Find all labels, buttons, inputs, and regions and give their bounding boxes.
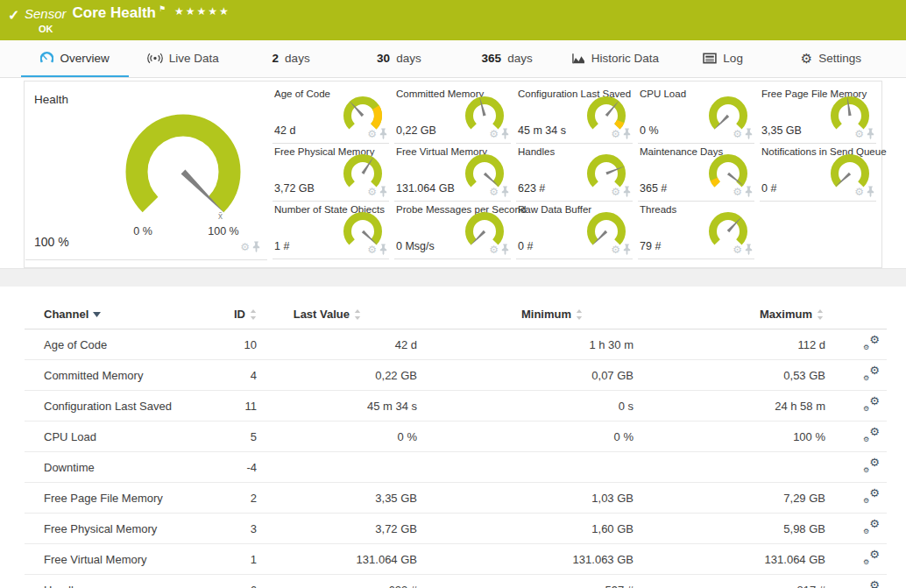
gauge-label: Threads bbox=[640, 204, 676, 215]
channel-name: Downtime bbox=[25, 452, 219, 483]
gauge-value: 42 d bbox=[274, 124, 295, 137]
tab-2-days[interactable]: 2days bbox=[237, 40, 345, 77]
pin-icon[interactable] bbox=[745, 186, 753, 197]
last-value bbox=[258, 452, 419, 483]
gear-icon[interactable]: ⚙ bbox=[611, 187, 620, 197]
gear-icon[interactable]: ⚙ bbox=[854, 129, 864, 139]
table-header-row: ChannelIDLast ValueMinimumMaximum bbox=[25, 299, 887, 329]
column-header-channel[interactable]: Channel bbox=[25, 299, 219, 329]
tab-historic-data[interactable]: Historic Data bbox=[561, 40, 669, 77]
maximum-value: 7,29 GB bbox=[635, 483, 827, 514]
pin-icon[interactable] bbox=[745, 128, 753, 139]
channel-id: 2 bbox=[219, 483, 258, 514]
priority-stars[interactable]: ★★★★★ bbox=[174, 4, 230, 18]
channel-name: Age of Code bbox=[25, 329, 219, 360]
gauge-label: Handles bbox=[518, 146, 555, 157]
channel-row-cpu-load[interactable]: CPU Load50 %0 %100 %⚙⚙ bbox=[25, 422, 887, 452]
tab-365-days[interactable]: 365days bbox=[453, 40, 561, 77]
gauge-tile-raw-data-buffer: Raw Data Buffer0 #⚙ bbox=[516, 202, 633, 259]
channel-row-handles[interactable]: Handles6623 #597 #817 #⚙⚙ bbox=[25, 575, 887, 588]
minimum-value: 1,60 GB bbox=[419, 514, 635, 544]
health-tile-icons: ⚙ bbox=[240, 241, 260, 252]
gear-icon[interactable]: ⚙ bbox=[733, 244, 742, 255]
channel-row-free-virtual-memory[interactable]: Free Virtual Memory1131.064 GB131.063 GB… bbox=[25, 544, 887, 575]
pin-icon[interactable] bbox=[623, 186, 631, 197]
gear-icon[interactable]: ⚙ bbox=[489, 187, 499, 197]
pin-icon[interactable] bbox=[623, 128, 631, 139]
gear-icon[interactable]: ⚙ bbox=[611, 129, 620, 139]
gear-icon[interactable]: ⚙ bbox=[733, 129, 742, 139]
channel-name: Free Virtual Memory bbox=[25, 544, 219, 575]
channel-settings-icon[interactable]: ⚙⚙ bbox=[863, 551, 880, 564]
pin-icon[interactable] bbox=[867, 186, 874, 197]
gear-icon[interactable]: ⚙ bbox=[611, 244, 620, 255]
channel-settings-icon[interactable]: ⚙⚙ bbox=[863, 459, 880, 472]
minimum-value: 0,07 GB bbox=[419, 360, 635, 391]
channel-settings-icon[interactable]: ⚙⚙ bbox=[863, 398, 880, 411]
gauge-label: Raw Data Buffer bbox=[518, 204, 591, 215]
tile-icons: ⚙ bbox=[489, 128, 509, 139]
channel-settings-icon[interactable]: ⚙⚙ bbox=[863, 490, 880, 503]
live-data-icon bbox=[147, 53, 163, 64]
log-icon bbox=[703, 53, 717, 64]
tab-log[interactable]: Log bbox=[669, 40, 777, 77]
channel-settings-cell: ⚙⚙ bbox=[827, 575, 887, 588]
channel-row-free-physical-memory[interactable]: Free Physical Memory33,72 GB1,60 GB5,98 … bbox=[25, 514, 887, 544]
pin-icon[interactable] bbox=[379, 186, 387, 197]
channel-settings-icon[interactable]: ⚙⚙ bbox=[863, 429, 880, 442]
gear-icon[interactable]: ⚙ bbox=[367, 244, 377, 255]
column-header-id[interactable]: ID bbox=[219, 299, 258, 329]
channel-settings-icon[interactable]: ⚙⚙ bbox=[863, 367, 880, 380]
channel-settings-icon[interactable]: ⚙⚙ bbox=[863, 582, 880, 588]
tab-settings[interactable]: ⚙Settings bbox=[777, 40, 885, 77]
gear-icon[interactable]: ⚙ bbox=[733, 187, 742, 197]
channel-settings-icon[interactable]: ⚙⚙ bbox=[863, 521, 880, 534]
last-value: 3,72 GB bbox=[258, 514, 419, 544]
channel-row-committed-memory[interactable]: Committed Memory40,22 GB0,07 GB0,53 GB⚙⚙ bbox=[25, 360, 887, 391]
pin-icon[interactable] bbox=[379, 244, 387, 255]
tile-icons: ⚙ bbox=[367, 244, 387, 255]
channel-row-free-page-file-memory[interactable]: Free Page File Memory23,35 GB1,03 GB7,29… bbox=[25, 483, 887, 514]
minimum-value: 1,03 GB bbox=[419, 483, 635, 514]
column-header-actions bbox=[827, 299, 887, 329]
tab-overview[interactable]: Overview bbox=[21, 40, 129, 77]
gauge-value: 365 # bbox=[640, 182, 667, 195]
tab-live-data[interactable]: Live Data bbox=[129, 40, 237, 77]
channel-id: 1 bbox=[219, 544, 258, 575]
gear-icon[interactable]: ⚙ bbox=[367, 187, 377, 197]
column-header-minimum[interactable]: Minimum bbox=[419, 299, 635, 329]
column-header-maximum[interactable]: Maximum bbox=[635, 299, 827, 329]
pin-icon[interactable] bbox=[379, 128, 387, 139]
pin-icon[interactable] bbox=[501, 186, 509, 197]
channel-settings-cell: ⚙⚙ bbox=[827, 544, 887, 575]
channel-settings-cell: ⚙⚙ bbox=[827, 452, 887, 483]
gear-icon[interactable]: ⚙ bbox=[489, 129, 499, 139]
maximum-value: 100 % bbox=[635, 422, 827, 452]
gear-icon[interactable]: ⚙ bbox=[854, 187, 864, 197]
pin-icon[interactable] bbox=[501, 244, 509, 255]
sort-icon bbox=[817, 309, 824, 320]
gauge-tile-probe-messages-per-second: Probe Messages per Second0 Msg/s⚙ bbox=[394, 202, 511, 259]
gear-icon[interactable]: ⚙ bbox=[367, 129, 377, 139]
channel-row-downtime[interactable]: Downtime-4⚙⚙ bbox=[25, 452, 887, 483]
gauge-mean-marker: x̄ bbox=[218, 211, 223, 221]
maximum-value bbox=[635, 452, 827, 483]
pin-icon[interactable] bbox=[867, 128, 874, 139]
pin-icon[interactable] bbox=[745, 244, 753, 255]
gear-icon[interactable]: ⚙ bbox=[489, 244, 499, 255]
gear-icon[interactable]: ⚙ bbox=[240, 242, 250, 252]
channel-settings-icon[interactable]: ⚙⚙ bbox=[863, 337, 880, 350]
gauge-tile-number-of-state-objects: Number of State Objects1 #⚙ bbox=[273, 202, 389, 259]
channel-row-age-of-code[interactable]: Age of Code1042 d1 h 30 m112 d⚙⚙ bbox=[25, 329, 887, 360]
channel-row-configuration-last-saved[interactable]: Configuration Last Saved1145 m 34 s0 s24… bbox=[25, 391, 887, 422]
gauge-tile-free-physical-memory: Free Physical Memory3,72 GB⚙ bbox=[273, 144, 389, 202]
flag-icon[interactable]: ⚑ bbox=[159, 4, 166, 13]
historic-chart-icon bbox=[571, 53, 585, 64]
pin-icon[interactable] bbox=[252, 241, 260, 252]
tab-30-days[interactable]: 30days bbox=[345, 40, 453, 77]
tab-label: Settings bbox=[818, 52, 861, 65]
pin-icon[interactable] bbox=[501, 128, 509, 139]
pin-icon[interactable] bbox=[623, 244, 631, 255]
minimum-value: 597 # bbox=[419, 575, 635, 588]
column-header-last-value[interactable]: Last Value bbox=[258, 299, 419, 329]
